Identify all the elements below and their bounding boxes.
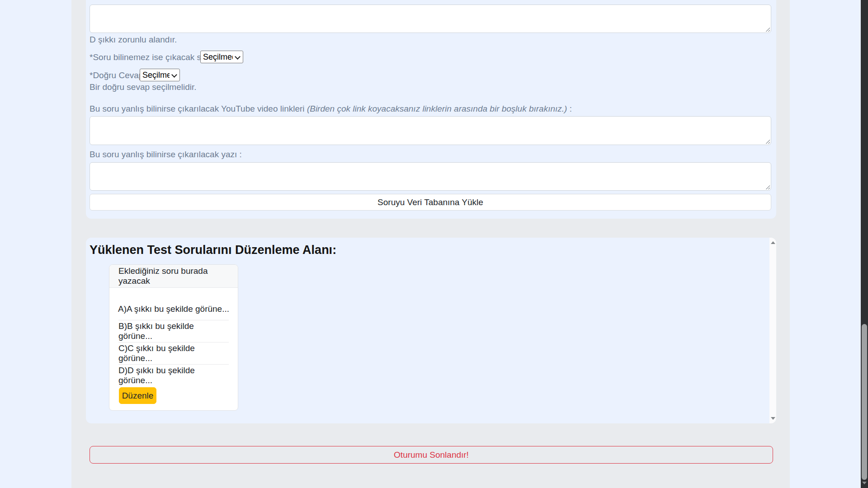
unknown-result-select-wrap: Seçilmedi: [200, 51, 243, 63]
upload-question-button[interactable]: Soruyu Veri Tabanına Yükle: [90, 194, 771, 211]
page-scrollbar[interactable]: [861, 0, 868, 488]
question-card-options-list: A)A şıkkı bu şekilde görüne... B)B şıkkı…: [109, 288, 238, 386]
correct-answer-select[interactable]: Seçilmedi: [140, 69, 180, 81]
youtube-links-label-note: (Birden çok link koyacaksanız linklerin …: [307, 104, 567, 113]
option-d-item: D)D şıkkı bu şekilde görüne...: [118, 364, 229, 386]
question-card: Eklediğiniz soru burada yazacak A)A şıkk…: [109, 264, 238, 411]
correct-answer-help-text: Bir doğru sevap seçilmelidir.: [90, 82, 197, 92]
scroll-down-icon[interactable]: [771, 417, 775, 420]
question-card-header: Eklediğiniz soru burada yazacak: [109, 265, 238, 288]
youtube-links-label-colon: :: [570, 104, 572, 113]
option-d-field-wrap: [90, 5, 771, 33]
wrong-text-field-wrap: [90, 162, 771, 191]
wrong-text-textarea[interactable]: [90, 162, 771, 191]
youtube-links-label-main: Bu soru yanlış bilinirse çıkarılacak You…: [90, 104, 305, 113]
youtube-links-textarea[interactable]: [90, 116, 771, 145]
option-a-item: A)A şıkkı bu şekilde görüne...: [109, 298, 238, 320]
scroll-up-icon[interactable]: [771, 241, 775, 244]
option-b-item: B)B şıkkı bu şekilde görüne...: [118, 320, 229, 342]
quiz-admin-page: D şıkkı zorunlu alandır. *Soru bilinemez…: [0, 0, 868, 488]
unknown-result-select[interactable]: Seçilmedi: [200, 51, 243, 63]
youtube-links-field-wrap: [90, 116, 771, 145]
option-c-item: C)C şıkkı bu şekilde görüne...: [118, 342, 229, 364]
panel-scrollbar[interactable]: [769, 238, 776, 423]
correct-answer-select-wrap: Seçilmedi: [140, 69, 180, 81]
edit-question-button[interactable]: Düzenle: [119, 387, 156, 404]
youtube-links-label: Bu soru yanlış bilinirse çıkarılacak You…: [90, 104, 572, 114]
scrollbar-thumb[interactable]: [862, 324, 867, 480]
wrong-text-label: Bu soru yanlış bilinirse çıkarılacak yaz…: [90, 150, 242, 160]
end-session-button[interactable]: Oturumu Sonlandır!: [90, 446, 773, 464]
edit-area-title: Yüklenen Test Sorularını Düzenleme Alanı…: [90, 243, 336, 257]
option-d-textarea[interactable]: [90, 5, 771, 33]
option-d-help-text: D şıkkı zorunlu alandır.: [90, 35, 177, 45]
scroll-down-icon[interactable]: [862, 482, 867, 484]
